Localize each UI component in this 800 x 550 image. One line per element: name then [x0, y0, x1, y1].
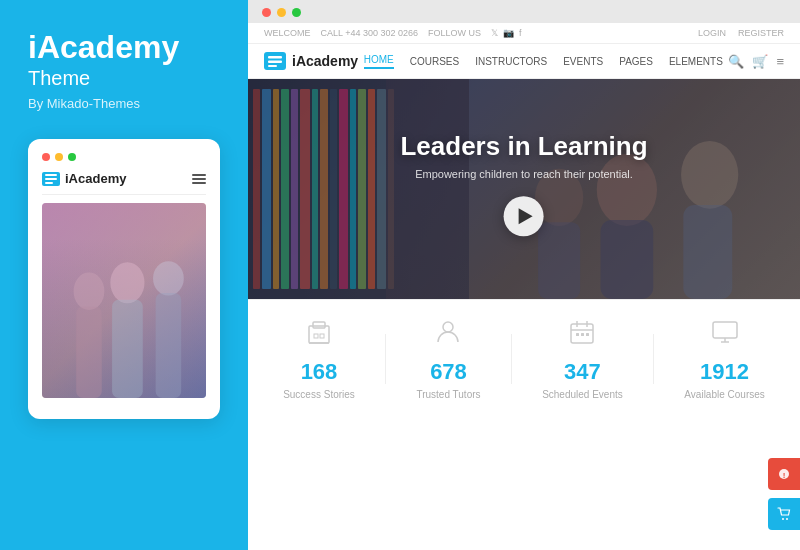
- hero-content: Leaders in Learning Empowering children …: [276, 131, 773, 236]
- stat-label-courses: Available Courses: [684, 389, 764, 400]
- topbar-social: 𝕏 📷 f: [491, 28, 522, 38]
- calendar-icon: [568, 318, 596, 351]
- nav-bar: iAcademy HOME COURSES INSTRUCTORS EVENTS…: [248, 44, 800, 79]
- stat-number-success: 168: [301, 359, 338, 385]
- stat-trusted-tutors: 678 Trusted Tutors: [416, 318, 480, 400]
- svg-rect-19: [313, 322, 325, 328]
- hero-title: Leaders in Learning: [276, 131, 773, 162]
- svg-point-36: [782, 518, 784, 520]
- topbar: WELCOME CALL +44 300 302 0266 FOLLOW US …: [248, 23, 800, 44]
- nav-links: HOME COURSES INSTRUCTORS EVENTS PAGES EL…: [364, 54, 723, 69]
- website-frame: WELCOME CALL +44 300 302 0266 FOLLOW US …: [248, 23, 800, 550]
- cart-icon[interactable]: 🛒: [752, 54, 768, 69]
- main-content: WELCOME CALL +44 300 302 0266 FOLLOW US …: [248, 0, 800, 550]
- svg-point-3: [74, 273, 105, 311]
- mobile-logo: iAcademy: [42, 171, 126, 186]
- svg-rect-21: [320, 334, 324, 338]
- play-button[interactable]: [504, 196, 544, 236]
- play-triangle-icon: [518, 208, 532, 224]
- mobile-dot-yellow: [55, 153, 63, 161]
- browser-dot-green: [292, 8, 301, 17]
- mobile-card-dots: [42, 153, 206, 161]
- nav-link-events[interactable]: EVENTS: [563, 56, 603, 67]
- svg-rect-30: [586, 333, 589, 336]
- stat-divider-2: [511, 334, 512, 384]
- sidebar-brand-subtitle: Theme: [28, 67, 220, 90]
- svg-rect-20: [314, 334, 318, 338]
- person-icon: [434, 318, 462, 351]
- stat-scheduled-events: 347 Scheduled Events: [542, 318, 623, 400]
- topbar-welcome: WELCOME: [264, 28, 311, 38]
- facebook-icon[interactable]: f: [519, 28, 522, 38]
- svg-point-23: [443, 322, 453, 332]
- svg-rect-29: [581, 333, 584, 336]
- instagram-icon[interactable]: 📷: [503, 28, 514, 38]
- sidebar-brand-title: iAcademy: [28, 30, 220, 65]
- hero-section: Leaders in Learning Empowering children …: [248, 79, 800, 299]
- nav-icons: 🔍 🛒 ≡: [728, 54, 784, 69]
- floating-red-button[interactable]: !: [768, 458, 800, 490]
- browser-chrome: [248, 0, 800, 23]
- svg-rect-1: [45, 178, 57, 180]
- svg-text:!: !: [783, 471, 786, 480]
- nav-logo-icon: [264, 52, 286, 70]
- stat-divider-3: [653, 334, 654, 384]
- topbar-left: WELCOME CALL +44 300 302 0266 FOLLOW US …: [264, 28, 522, 38]
- browser-dot-yellow: [277, 8, 286, 17]
- svg-point-7: [153, 262, 184, 296]
- sidebar: iAcademy Theme By Mikado-Themes iAcademy: [0, 0, 248, 550]
- stat-number-courses: 1912: [700, 359, 749, 385]
- nav-link-pages[interactable]: PAGES: [619, 56, 653, 67]
- stat-number-events: 347: [564, 359, 601, 385]
- hamburger-icon[interactable]: [192, 174, 206, 184]
- stat-divider-1: [385, 334, 386, 384]
- mobile-header: iAcademy: [42, 171, 206, 195]
- svg-rect-31: [713, 322, 737, 338]
- svg-point-37: [786, 518, 788, 520]
- stats-section: 168 Success Stories 678 Trusted Tutors: [248, 299, 800, 418]
- mobile-dot-green: [68, 153, 76, 161]
- nav-logo: iAcademy: [264, 52, 358, 70]
- mobile-logo-icon: [42, 172, 60, 186]
- topbar-phone: CALL +44 300 302 0266: [321, 28, 419, 38]
- svg-rect-4: [76, 307, 102, 398]
- nav-link-home[interactable]: HOME: [364, 54, 394, 69]
- svg-rect-8: [156, 293, 182, 398]
- mobile-logo-text: iAcademy: [65, 171, 126, 186]
- svg-point-5: [110, 262, 144, 303]
- nav-link-courses[interactable]: COURSES: [410, 56, 459, 67]
- svg-rect-0: [45, 174, 57, 176]
- svg-rect-28: [576, 333, 579, 336]
- register-link[interactable]: REGISTER: [738, 28, 784, 38]
- topbar-follow: FOLLOW US: [428, 28, 481, 38]
- search-icon[interactable]: 🔍: [728, 54, 744, 69]
- topbar-right: LOGIN REGISTER: [698, 28, 784, 38]
- nav-link-instructors[interactable]: INSTRUCTORS: [475, 56, 547, 67]
- hero-subtitle: Empowering children to reach their poten…: [276, 168, 773, 180]
- login-link[interactable]: LOGIN: [698, 28, 726, 38]
- stat-label-events: Scheduled Events: [542, 389, 623, 400]
- mobile-dot-red: [42, 153, 50, 161]
- svg-rect-10: [268, 60, 282, 63]
- svg-rect-9: [268, 56, 282, 59]
- stat-label-tutors: Trusted Tutors: [416, 389, 480, 400]
- stat-label-success: Success Stories: [283, 389, 355, 400]
- sidebar-author: By Mikado-Themes: [28, 96, 220, 111]
- svg-rect-6: [112, 300, 143, 398]
- stat-number-tutors: 678: [430, 359, 467, 385]
- mobile-hero-image: [42, 203, 206, 398]
- menu-icon[interactable]: ≡: [776, 54, 784, 69]
- svg-rect-11: [268, 65, 277, 67]
- browser-dot-red: [262, 8, 271, 17]
- svg-rect-2: [45, 182, 53, 184]
- stat-success-stories: 168 Success Stories: [283, 318, 355, 400]
- twitter-icon[interactable]: 𝕏: [491, 28, 498, 38]
- nav-logo-text: iAcademy: [292, 53, 358, 69]
- monitor-icon: [711, 318, 739, 351]
- building-icon: [305, 318, 333, 351]
- mobile-preview-card: iAcademy: [28, 139, 220, 419]
- stat-available-courses: 1912 Available Courses: [684, 318, 764, 400]
- nav-link-elements[interactable]: ELEMENTS: [669, 56, 723, 67]
- floating-cart-button[interactable]: [768, 498, 800, 530]
